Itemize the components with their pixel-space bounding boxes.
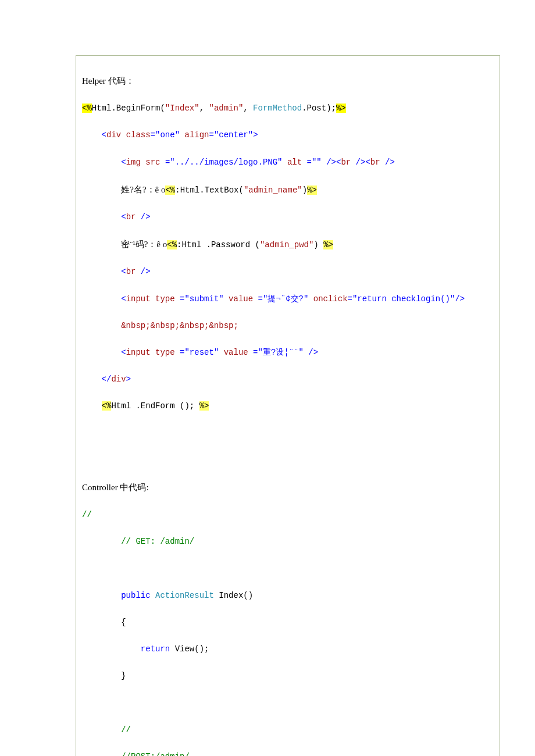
value-attr: value (229, 294, 253, 304)
rbrace: } (121, 671, 126, 680)
helper-header: Helper 代码： (82, 76, 134, 85)
asp-tag-open: <% (82, 104, 92, 113)
comment: // (121, 725, 131, 734)
nbsp: &nbsp;&nbsp;&nbsp;&nbsp; (121, 321, 238, 330)
end-form: Html .EndForm (); (111, 401, 199, 411)
center-val: "center" (214, 130, 253, 140)
index-fn: Index() (214, 591, 253, 600)
textbox-fn: :Html.TextBox( (175, 186, 244, 195)
form-method: FormMethod (253, 104, 302, 113)
name-label: 姓?名?：ê o (121, 185, 165, 194)
html-ns: Html. (92, 104, 116, 113)
rparen: ) (313, 240, 323, 249)
one-val: "one" (155, 130, 180, 140)
post-comment: //POST:/admin/ (121, 752, 190, 756)
view-call: View(); (170, 644, 209, 654)
asp-tag-close: %> (323, 240, 333, 249)
pwd-label: 密¨¹码?：ê o (121, 240, 167, 249)
controller-header: Controller 中代码: (82, 483, 149, 492)
input-tag: input (126, 294, 151, 304)
lt: < (365, 158, 370, 167)
reset-val: "reset" (184, 348, 219, 357)
align-attr: align (184, 130, 209, 140)
asp-tag-close: %> (199, 401, 209, 411)
gt-char: > (126, 375, 131, 384)
rparen: ) (302, 186, 307, 195)
type-attr: type (155, 348, 175, 357)
br-tag: br (341, 158, 351, 167)
gt-char: > (253, 130, 258, 140)
src-val: "../../images/logo.PNG" (170, 158, 282, 167)
self-close: /> (322, 158, 336, 167)
br-tag: br (126, 212, 136, 222)
str-index: "Index" (165, 104, 199, 113)
admin-pwd-str: "admin_pwd" (260, 240, 313, 249)
kw-public: public (121, 591, 150, 600)
lt-slash: </ (102, 375, 112, 384)
post-enum: .Post); (302, 104, 336, 113)
asp-tag-open: <% (167, 240, 177, 249)
alt-attr: alt (287, 158, 302, 167)
self-close: /> (351, 158, 365, 167)
asp-tag-open: <% (165, 186, 175, 195)
asp-tag-close: %> (307, 186, 317, 195)
str-admin: "admin" (209, 104, 243, 113)
lt: < (121, 348, 126, 357)
lt: < (121, 267, 126, 276)
lt: < (121, 294, 126, 304)
div-tag: div (106, 130, 121, 140)
alt-val: "" (312, 158, 322, 167)
src-attr: src (145, 158, 160, 167)
onclick-val: "return checklogin()" (352, 294, 455, 304)
value-attr: value (224, 348, 248, 357)
asp-tag-open: <% (102, 401, 112, 411)
kw-return: return (141, 644, 170, 654)
reset-text: "重?设¦¨¨" (258, 348, 304, 357)
img-tag: img (126, 158, 141, 167)
self-close: /> (380, 158, 395, 167)
br-tag: br (370, 158, 380, 167)
onclick-attr: onclick (313, 294, 348, 304)
input-tag: input (126, 348, 151, 357)
br-tag: br (126, 267, 136, 276)
lt: < (102, 130, 106, 140)
type-attr: type (155, 294, 175, 304)
code-box: Helper 代码： <%Html.BeginForm("Index", "ad… (76, 55, 500, 756)
submit-text: "提¬¨¢交?" (263, 294, 308, 304)
action-result: ActionResult (155, 591, 214, 600)
div-tag: div (111, 375, 126, 384)
lt: < (121, 212, 126, 222)
admin-name-str: "admin_name" (244, 186, 302, 195)
get-comment: // GET: /admin/ (121, 537, 194, 546)
password-fn: :Html .Password ( (177, 240, 260, 249)
self-close: /> (304, 348, 318, 357)
comment: // (82, 510, 92, 519)
lbrace: { (121, 618, 126, 627)
submit-val: "submit" (184, 294, 223, 304)
self-close: /> (135, 212, 150, 222)
class-attr: class (126, 130, 151, 140)
begin-form: BeginForm (116, 104, 160, 113)
asp-tag-close: %> (336, 104, 346, 113)
document-page: Helper 代码： <%Html.BeginForm("Index", "ad… (0, 0, 535, 756)
lt: < (121, 158, 126, 167)
self-close: /> (135, 267, 150, 276)
